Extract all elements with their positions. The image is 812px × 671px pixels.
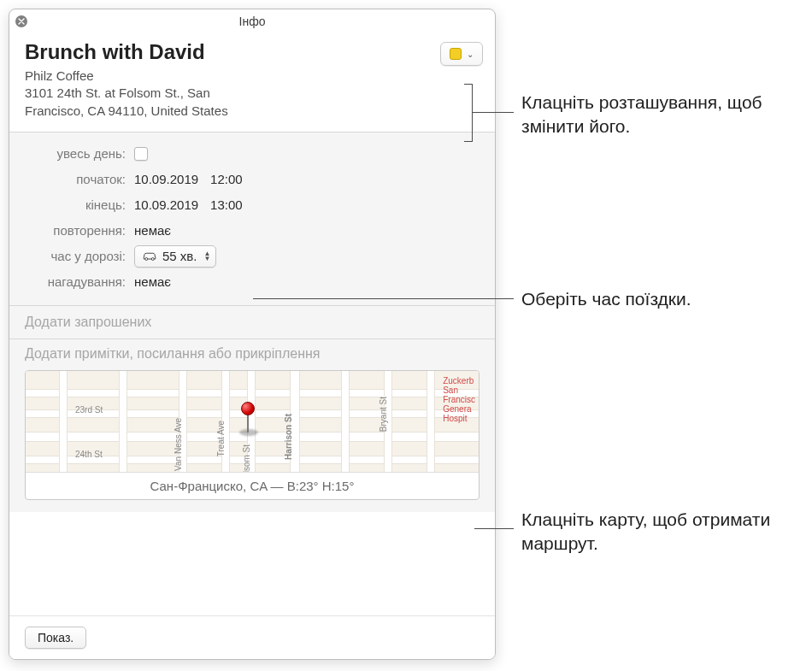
notes-map-section: Додати примітки, посилання або прикріпле… [9, 339, 495, 512]
calendar-picker[interactable]: ⌄ [440, 42, 483, 66]
close-button[interactable] [15, 15, 27, 27]
invitees-field[interactable]: Додати запрошених [9, 306, 495, 338]
car-icon [142, 251, 157, 262]
svg-point-0 [145, 257, 148, 260]
event-title[interactable]: Brunch with David [25, 40, 480, 64]
repeat-label: повторення: [25, 223, 134, 238]
start-time[interactable]: 12:00 [210, 172, 243, 186]
alert-label: нагадування: [25, 274, 134, 289]
chevron-down-icon: ⌄ [467, 50, 474, 59]
event-details-form: увесь день: початок: 10.09.2019 12:00 кі… [9, 132, 495, 305]
footer-bar: Показ. [9, 615, 495, 659]
notes-placeholder: Додати примітки, посилання або прикріпле… [25, 346, 320, 361]
map-preview[interactable]: 23rd St 24th St S Van Ness Ave Treat Ave… [25, 370, 480, 500]
titlebar: Інфо [9, 9, 495, 33]
allday-label: увесь день: [25, 146, 134, 161]
travel-time-select[interactable]: 55 хв. ▲▼ [134, 245, 216, 268]
address-line-1: 3101 24th St. at Folsom St., San [25, 85, 480, 102]
travel-time-value: 55 хв. [162, 249, 197, 263]
calendar-color-swatch [450, 48, 462, 60]
travel-label: час у дорозі: [25, 249, 134, 263]
callout-connector [473, 112, 514, 113]
map-street-label: 23rd St [75, 405, 103, 415]
show-button[interactable]: Показ. [25, 627, 86, 649]
end-time[interactable]: 13:00 [210, 197, 243, 212]
invitees-placeholder: Додати запрошених [25, 315, 151, 329]
start-date[interactable]: 10.09.2019 [134, 172, 198, 186]
pin-needle [247, 414, 249, 433]
callout-location: Клацніть розташування, щоб змінити його. [521, 91, 812, 139]
map-footer: Сан-Франциско, CA — B:23° H:15° [26, 472, 479, 499]
event-location[interactable]: Philz Coffee 3101 24th St. at Folsom St.… [25, 68, 480, 120]
map-street-label: Bryant St [379, 397, 388, 432]
alert-value[interactable]: немає [134, 274, 171, 289]
repeat-value[interactable]: немає [134, 223, 171, 238]
map-street-label: Harrison St [284, 414, 293, 460]
map-street-label: S Van Ness Ave [174, 418, 183, 472]
map-street-label: 24th St [75, 450, 103, 459]
start-label: початок: [25, 172, 134, 186]
event-header: Brunch with David Philz Coffee 3101 24th… [9, 33, 495, 132]
callout-bracket [464, 84, 473, 142]
callout-travel: Оберіть час поїздки. [521, 287, 691, 311]
callout-connector [474, 528, 514, 529]
svg-point-1 [151, 257, 154, 260]
end-label: кінець: [25, 197, 134, 212]
location-name: Philz Coffee [25, 68, 480, 85]
allday-checkbox[interactable] [134, 147, 148, 161]
event-info-panel: Інфо Brunch with David Philz Coffee 3101… [9, 9, 496, 660]
pin-shadow [239, 429, 258, 436]
end-date[interactable]: 10.09.2019 [134, 197, 198, 212]
map-pin-icon [241, 402, 255, 415]
map-street-label: Folsom St [242, 444, 251, 472]
map-poi-label: Zuckerb San Francisc Genera Hospit [443, 376, 475, 423]
window-title: Інфо [9, 15, 495, 28]
map-canvas: 23rd St 24th St S Van Ness Ave Treat Ave… [26, 371, 479, 472]
address-line-2: Francisco, CA 94110, United States [25, 103, 480, 120]
close-icon [18, 18, 25, 25]
stepper-icon: ▲▼ [204, 251, 211, 262]
notes-field[interactable]: Додати примітки, посилання або прикріпле… [25, 346, 480, 362]
callout-connector [253, 298, 514, 299]
callout-map: Клацніть карту, щоб отримати маршрут. [521, 508, 812, 556]
map-street-label: Treat Ave [216, 421, 226, 456]
